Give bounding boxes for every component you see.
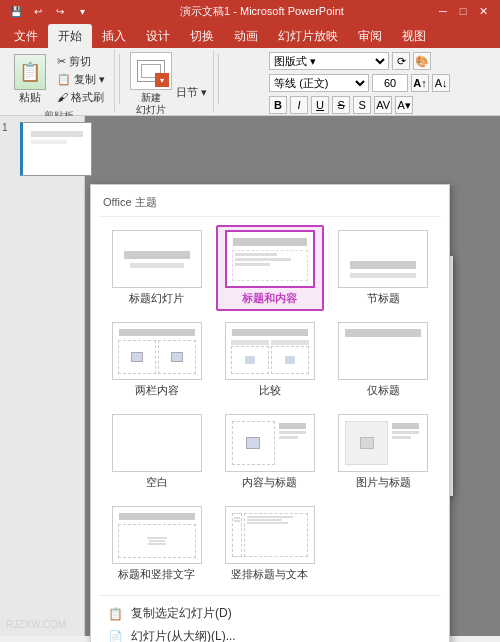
tab-design[interactable]: 设计 <box>136 24 180 48</box>
tab-home[interactable]: 开始 <box>48 24 92 48</box>
font-format-buttons-row: B I U S S AV A▾ <box>269 96 450 114</box>
layout-title-content[interactable]: 标题和内容 <box>216 225 323 311</box>
cut-button[interactable]: ✂ 剪切 <box>54 53 108 70</box>
underline-button[interactable]: U <box>311 96 329 114</box>
tab-animation[interactable]: 动画 <box>224 24 268 48</box>
paste-icon: 📋 <box>14 54 46 90</box>
footer-duplicate-label: 复制选定幻灯片(D) <box>131 605 232 622</box>
increase-font-button[interactable]: A↑ <box>411 74 429 92</box>
layout-name-title-vert: 标题和竖排文字 <box>118 567 195 582</box>
undo-icon[interactable]: ↩ <box>30 3 46 19</box>
clipboard-group: 📋 粘贴 ✂ 剪切 📋 复制 ▾ 🖌 格式刷 剪贴板 <box>4 50 115 113</box>
slides-group-content: ▾ 新建幻灯片 日节 ▾ <box>130 52 207 116</box>
ribbon-content: 📋 粘贴 ✂ 剪切 📋 复制 ▾ 🖌 格式刷 剪贴板 ▾ 新建幻灯片 <box>0 48 500 116</box>
slide-thumbnail-1[interactable] <box>20 122 92 176</box>
layout-name-pic-title: 图片与标题 <box>356 475 411 490</box>
layout-thumb-compare <box>225 322 315 380</box>
footer-outline-label: 幻灯片(从大纲)(L)... <box>131 628 236 642</box>
new-slide-label: 新建幻灯片 <box>136 92 166 116</box>
paste-label: 粘贴 <box>19 90 41 105</box>
slide-panel: 1 <box>0 116 85 636</box>
clipboard-group-content: 📋 粘贴 ✂ 剪切 📋 复制 ▾ 🖌 格式刷 <box>10 52 108 107</box>
layout-name-title-only: 仅标题 <box>367 383 400 398</box>
layout-vert-title-text[interactable]: 竖排标题与文本 <box>216 501 323 587</box>
font-name-row: 等线 (正文) A↑ A↓ <box>269 74 450 92</box>
layout-name-compare: 比较 <box>259 383 281 398</box>
footer-duplicate-slide[interactable]: 📋 复制选定幻灯片(D) <box>99 602 441 625</box>
font-format-row: 图版式 ▾ ⟳ 🎨 <box>269 52 450 70</box>
font-name-select[interactable]: 等线 (正文) <box>269 74 369 92</box>
layout-thumb-title-slide <box>112 230 202 288</box>
divider2 <box>218 54 219 104</box>
bold-button[interactable]: B <box>269 96 287 114</box>
minimize-button[interactable]: ─ <box>434 2 452 20</box>
layout-name-vert-title-text: 竖排标题与文本 <box>231 567 308 582</box>
layout-name-title-content: 标题和内容 <box>242 291 297 306</box>
italic-button[interactable]: I <box>290 96 308 114</box>
tab-transition[interactable]: 切换 <box>180 24 224 48</box>
layout-two-col[interactable]: 两栏内容 <box>103 317 210 403</box>
footer-slide-from-outline[interactable]: 📄 幻灯片(从大纲)(L)... <box>99 625 441 642</box>
char-spacing-button[interactable]: AV <box>374 96 392 114</box>
layout-name-two-col: 两栏内容 <box>135 383 179 398</box>
format-painter-button[interactable]: 🖌 格式刷 <box>54 89 108 106</box>
slide-from-outline-icon: 📄 <box>107 629 123 643</box>
font-size-input[interactable] <box>372 74 408 92</box>
layout-compare[interactable]: 比较 <box>216 317 323 403</box>
close-button[interactable]: ✕ <box>474 2 492 20</box>
reset-format-button[interactable]: ⟳ <box>392 52 410 70</box>
slides-group: ▾ 新建幻灯片 日节 ▾ <box>124 50 214 113</box>
tab-file[interactable]: 文件 <box>4 24 48 48</box>
paste-button[interactable]: 📋 粘贴 <box>10 52 50 107</box>
layout-title-slide[interactable]: 标题幻灯片 <box>103 225 210 311</box>
new-slide-dropdown-arrow[interactable]: ▾ <box>155 73 169 87</box>
quick-access-dropdown-icon[interactable]: ▾ <box>74 3 90 19</box>
layout-thumb-blank <box>112 414 202 472</box>
save-icon[interactable]: 💾 <box>8 3 24 19</box>
clipboard-small-buttons: ✂ 剪切 📋 复制 ▾ 🖌 格式刷 <box>54 53 108 106</box>
layout-dropdown: Office 主题 标题幻灯片 <box>90 184 450 642</box>
layout-thumb-pic-title <box>338 414 428 472</box>
layout-name-title-slide: 标题幻灯片 <box>129 291 184 306</box>
maximize-button[interactable]: □ <box>454 2 472 20</box>
layout-name-content-title: 内容与标题 <box>242 475 297 490</box>
main-area: 1 单击此处添加标题 单击此处添加内容 Office 主题 <box>0 116 500 636</box>
font-controls: 图版式 ▾ ⟳ 🎨 等线 (正文) A↑ A↓ B I U S S <box>269 52 450 116</box>
layout-blank[interactable]: 空白 <box>103 409 210 495</box>
layout-grid: 标题幻灯片 标题和内容 <box>99 225 441 587</box>
layout-pic-title[interactable]: 图片与标题 <box>330 409 437 495</box>
font-color-button[interactable]: A▾ <box>395 96 413 114</box>
copy-button[interactable]: 📋 复制 ▾ <box>54 71 108 88</box>
window-title: 演示文稿1 - Microsoft PowerPoint <box>90 4 434 19</box>
slide-list: 1 <box>20 122 80 176</box>
quick-access-toolbar[interactable]: 💾 ↩ ↪ ▾ <box>8 3 90 19</box>
layout-thumb-title-content <box>225 230 315 288</box>
format-type-select[interactable]: 图版式 ▾ <box>269 52 389 70</box>
layout-section-title[interactable]: 节标题 <box>330 225 437 311</box>
layout-title-only[interactable]: 仅标题 <box>330 317 437 403</box>
new-slide-button[interactable]: ▾ <box>130 52 172 90</box>
new-slide-area: ▾ 新建幻灯片 <box>130 52 172 116</box>
decrease-font-button[interactable]: A↓ <box>432 74 450 92</box>
theme-settings-button[interactable]: 🎨 <box>413 52 431 70</box>
title-bar: 💾 ↩ ↪ ▾ 演示文稿1 - Microsoft PowerPoint ─ □… <box>0 0 500 22</box>
layout-content-title[interactable]: 内容与标题 <box>216 409 323 495</box>
layout-thumb-section-title <box>338 230 428 288</box>
section-button[interactable]: 日节 ▾ <box>176 85 207 100</box>
layout-thumb-title-vert <box>112 506 202 564</box>
tab-view[interactable]: 视图 <box>392 24 436 48</box>
dropdown-title: Office 主题 <box>99 193 441 217</box>
layout-thumb-title-only <box>338 322 428 380</box>
duplicate-slide-icon: 📋 <box>107 606 123 622</box>
shadow-button[interactable]: S <box>353 96 371 114</box>
tab-slideshow[interactable]: 幻灯片放映 <box>268 24 348 48</box>
window-controls[interactable]: ─ □ ✕ <box>434 2 492 20</box>
redo-icon[interactable]: ↪ <box>52 3 68 19</box>
layout-title-vert[interactable]: 标题和竖排文字 <box>103 501 210 587</box>
layout-thumb-two-col <box>112 322 202 380</box>
dropdown-footer: 📋 复制选定幻灯片(D) 📄 幻灯片(从大纲)(L)... 🔄 重用幻灯片(R)… <box>99 595 441 642</box>
tab-insert[interactable]: 插入 <box>92 24 136 48</box>
tab-review[interactable]: 审阅 <box>348 24 392 48</box>
font-group: 图版式 ▾ ⟳ 🎨 等线 (正文) A↑ A↓ B I U S S <box>223 50 496 113</box>
strikethrough-button[interactable]: S <box>332 96 350 114</box>
